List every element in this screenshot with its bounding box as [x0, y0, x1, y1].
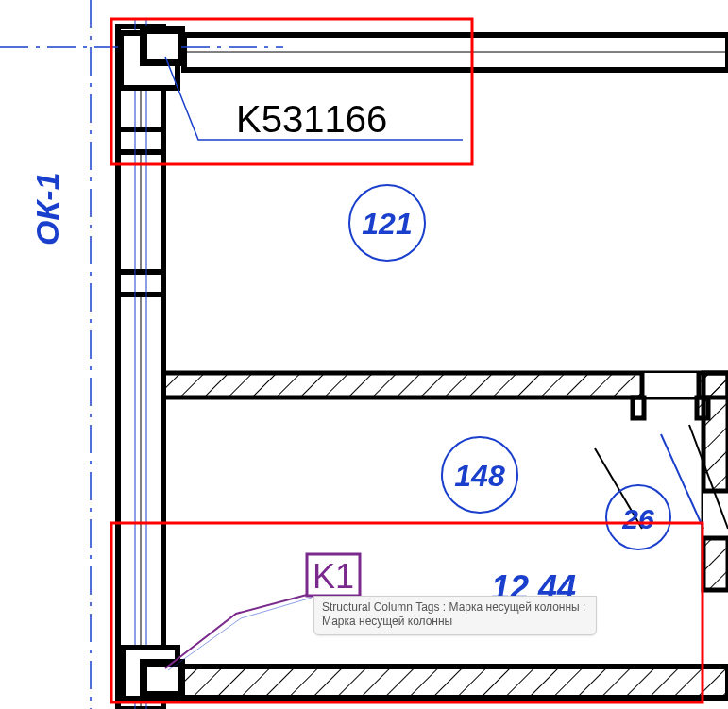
wall-interior-horizontal: [163, 373, 728, 418]
tag-tooltip: Structural Column Tags : Марка несущей к…: [313, 596, 597, 635]
tooltip-line1: Structural Column Tags : Марка несущей к…: [322, 600, 585, 614]
svg-text:121: 121: [362, 207, 412, 241]
room-bubble-121: 121: [349, 185, 425, 261]
wall-bottom: [161, 667, 728, 698]
door-swing-2: [661, 434, 703, 529]
svg-rect-5: [118, 272, 163, 295]
column-top-left[interactable]: [121, 30, 181, 88]
svg-rect-16: [703, 373, 728, 590]
svg-text:K1: K1: [313, 557, 354, 596]
svg-text:148: 148: [454, 459, 505, 493]
column-bottom-left[interactable]: [123, 648, 181, 699]
svg-text:K531166: K531166: [236, 98, 387, 140]
wall-interior-vertical-right: [703, 373, 728, 590]
svg-rect-14: [633, 397, 644, 418]
svg-text:26: 26: [621, 503, 654, 534]
svg-rect-11: [642, 373, 699, 397]
svg-rect-9: [144, 30, 181, 62]
svg-rect-21: [144, 663, 181, 695]
grid-axis-label: ОК-1: [29, 172, 65, 245]
room-bubble-148: 148: [442, 437, 517, 513]
svg-rect-4: [118, 129, 163, 152]
tooltip-line2: Марка несущей колонны: [322, 615, 452, 628]
room-bubble-26: 26: [606, 485, 670, 549]
